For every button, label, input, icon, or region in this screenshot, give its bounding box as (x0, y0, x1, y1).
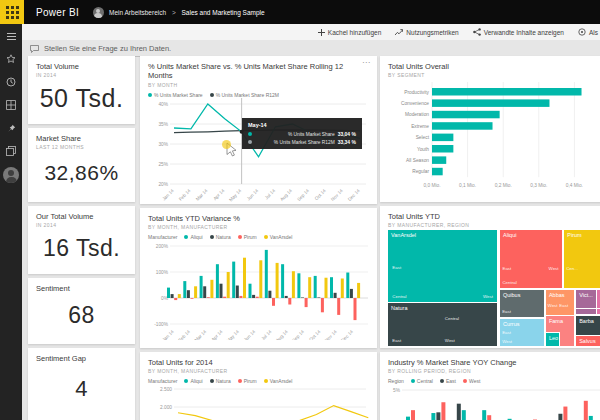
treemap-block[interactable]: AliquiEastWestCentral (500, 230, 562, 288)
industry-yoy-column-chart[interactable]: 5% (388, 384, 600, 420)
app-launcher-waffle-icon[interactable] (0, 0, 24, 24)
svg-text:0,1 Mio.: 0,1 Mio. (459, 184, 476, 189)
total-units-overall-bar-chart[interactable]: 0,0 Mio.0,1 Mio.0,2 Mio.0,3 Mio.0,4 Mio.… (388, 78, 600, 196)
qna-prompt: Stellen Sie eine Frage zu Ihren Daten. (44, 44, 171, 53)
breadcrumb-separator: > (172, 9, 176, 16)
svg-text:Feb 14: Feb 14 (178, 188, 192, 202)
als-button[interactable]: Als (578, 28, 598, 36)
svg-text:Nov 14: Nov 14 (330, 188, 344, 202)
ytd-variance-column-chart[interactable]: 200%100%0%-100%Jan 14Feb 14Mar 14Apr 14M… (148, 240, 371, 340)
market-share-line-chart[interactable]: 40%35%30%25%20%Jan 14Feb 14Mar 14Apr 14M… (148, 98, 369, 204)
treemap-block[interactable]: CurrusEastWest (500, 319, 544, 346)
svg-text:Jun 14: Jun 14 (243, 329, 257, 340)
kpi-value: 68 (36, 293, 127, 338)
tile-market-share[interactable]: Market Share LAST 12 MONTHS 32,86% (28, 128, 135, 202)
add-tile-button[interactable]: Kachel hinzufügen (318, 29, 382, 36)
tile-our-total-volume[interactable]: Our Total Volume IN 2014 16 Tsd. (28, 206, 135, 274)
treemap-block[interactable]: Barba (576, 316, 600, 335)
circle-icon (578, 28, 586, 36)
profile-avatar[interactable] (3, 167, 19, 183)
left-sidebar (0, 24, 22, 420)
tile-total-units-2014[interactable]: Total Units for 2014 BY MONTH, MANUFACTU… (140, 352, 377, 420)
svg-text:35%: 35% (158, 122, 168, 127)
recents-clock-icon[interactable] (4, 75, 18, 89)
tile-menu-icon[interactable]: ⋯ (362, 58, 371, 67)
svg-text:Dec 14: Dec 14 (347, 188, 361, 202)
svg-text:Dec 14: Dec 14 (340, 329, 354, 340)
svg-text:40%: 40% (158, 102, 168, 107)
app-title: Power BI (36, 7, 79, 18)
treemap-block[interactable]: QuibusEast (500, 290, 544, 317)
svg-text:30%: 30% (158, 142, 168, 147)
hamburger-menu-icon[interactable] (4, 29, 18, 43)
svg-text:20%: 20% (158, 182, 168, 187)
svg-text:All Season: All Season (406, 158, 429, 163)
svg-text:Extreme: Extreme (411, 124, 429, 129)
pin-icon[interactable] (4, 121, 18, 135)
apps-grid-icon[interactable] (4, 98, 18, 112)
svg-text:5%: 5% (393, 388, 401, 393)
workspaces-icon[interactable] (4, 144, 18, 158)
tile-ytd-variance[interactable]: Total Units YTD Variance % BY MONTH, MAN… (140, 208, 377, 348)
ytd-treemap-chart[interactable]: VanArsdelEastCentralWestNaturaEastCentra… (388, 230, 600, 346)
usage-metrics-button[interactable]: Nutzungsmetriken (395, 29, 458, 36)
svg-text:Apr 14: Apr 14 (212, 188, 225, 201)
svg-text:0,4 Mio.: 0,4 Mio. (566, 184, 583, 189)
tile-sentiment-gap[interactable]: Sentiment Gap 4 (28, 348, 135, 420)
svg-text:Aug 14: Aug 14 (275, 329, 289, 340)
treemap-block[interactable]: AbbasWestEast (546, 290, 574, 315)
svg-text:0,0 Mio.: 0,0 Mio. (423, 184, 440, 189)
dashboard-toolbar: Kachel hinzufügen Nutzungsmetriken Verwa… (22, 24, 600, 40)
trend-chart-icon (395, 29, 403, 36)
svg-text:Jul 14: Jul 14 (260, 329, 273, 340)
breadcrumb[interactable]: Mein Arbeitsbereich > Sales and Marketin… (93, 7, 265, 18)
treemap-block[interactable]: NaturaEastCentralWest (388, 303, 497, 346)
svg-text:Productivity: Productivity (404, 90, 429, 95)
svg-text:100%: 100% (156, 270, 169, 275)
top-app-bar: Power BI Mein Arbeitsbereich > Sales and… (0, 0, 600, 24)
svg-text:Aug 14: Aug 14 (279, 188, 293, 202)
tile-total-units-overall[interactable]: Total Units Overall BY SEGMENT 0,0 Mio.0… (380, 56, 600, 202)
svg-text:Jan 14: Jan 14 (161, 329, 175, 340)
svg-text:25%: 25% (158, 162, 168, 167)
svg-text:Jan 14: Jan 14 (161, 188, 175, 202)
treemap-block[interactable] (576, 309, 595, 314)
breadcrumb-workspace[interactable]: Mein Arbeitsbereich (109, 9, 166, 16)
svg-text:Jun 14: Jun 14 (246, 188, 260, 202)
svg-text:Apr 14: Apr 14 (210, 329, 223, 340)
svg-text:Oct 14: Oct 14 (308, 329, 321, 340)
treemap-block[interactable]: Leo (546, 333, 559, 346)
svg-text:Oct 14: Oct 14 (314, 188, 327, 201)
total-units-2014-line-chart[interactable]: 2.5002.000 (148, 384, 369, 420)
tile-sentiment[interactable]: Sentiment 68 (28, 278, 135, 344)
treemap-block[interactable]: PirumCen...We... (564, 230, 600, 288)
plus-icon (318, 29, 325, 36)
tile-market-share-line[interactable]: ⋯ % Units Market Share vs. % Units Marke… (140, 56, 377, 204)
chart-tooltip: May-14 % Units Market Share33,04 %% Unit… (242, 118, 362, 149)
tile-ytd-treemap[interactable]: Total Units YTD BY MANUFACTURER, REGION … (380, 206, 600, 348)
mouse-cursor (226, 142, 237, 161)
kpi-value: 32,86% (36, 150, 127, 196)
svg-text:2.500: 2.500 (160, 387, 172, 392)
tile-total-volume[interactable]: Total Volume IN 2014 50 Tsd. (28, 56, 135, 124)
kpi-value: 4 (36, 363, 127, 414)
svg-text:May 14: May 14 (228, 188, 243, 203)
svg-text:200%: 200% (156, 244, 169, 249)
tile-industry-yoy[interactable]: Industry % Market Share YOY Change BY RO… (380, 352, 600, 420)
treemap-block[interactable]: VanArsdelEastCentralWest (388, 230, 497, 302)
svg-text:Feb 14: Feb 14 (177, 329, 191, 340)
favorites-star-icon[interactable] (4, 52, 18, 66)
workspace-avatar (93, 7, 104, 18)
svg-text:May 14: May 14 (226, 329, 241, 340)
svg-text:Select: Select (416, 135, 430, 140)
svg-text:Sep 14: Sep 14 (296, 188, 310, 202)
svg-text:Youth: Youth (417, 147, 429, 152)
related-content-button[interactable]: Verwandte Inhalte anzeigen (473, 28, 564, 36)
svg-text:Nov 14: Nov 14 (324, 329, 338, 340)
svg-text:-100%: -100% (154, 322, 169, 327)
speech-bubble-icon (30, 45, 39, 53)
treemap-block[interactable]: Salvus (576, 336, 600, 346)
svg-text:Mar 14: Mar 14 (195, 188, 209, 202)
treemap-block[interactable]: Vict... (576, 290, 595, 308)
svg-text:Mar 14: Mar 14 (194, 329, 208, 340)
